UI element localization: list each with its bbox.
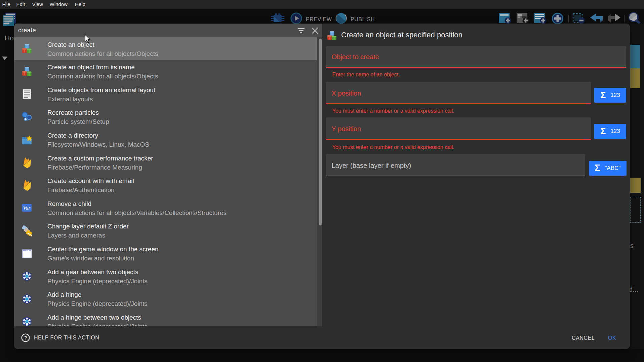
svg-text:?: ? — [24, 335, 27, 340]
